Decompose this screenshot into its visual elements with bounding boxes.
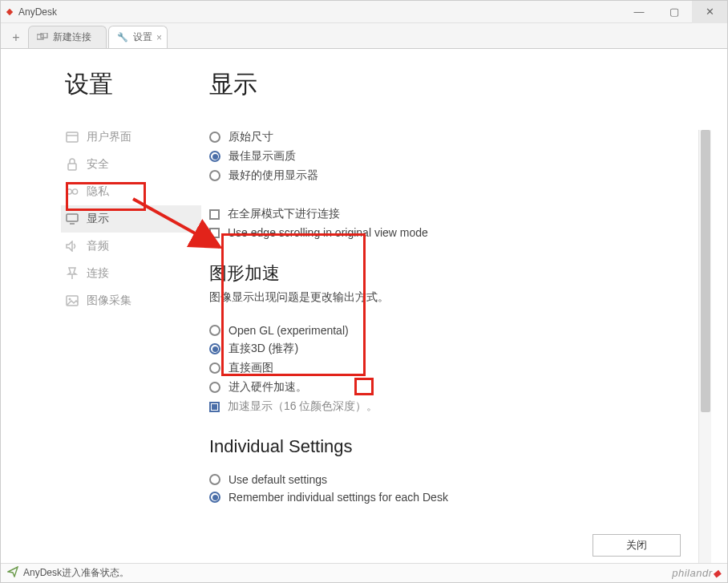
close-window-button[interactable]: ✕	[692, 1, 727, 23]
speaker-icon	[66, 241, 79, 252]
wrench-icon: 🔧	[117, 32, 128, 43]
sidebar-item-label: 用户界面	[87, 130, 131, 144]
radio-label: Use default settings	[229, 473, 327, 486]
new-tab-button[interactable]: +	[4, 27, 28, 48]
sidebar-item-label: 隐私	[87, 184, 109, 199]
checkbox-label: 在全屏模式下进行连接	[228, 207, 340, 221]
glasses-icon	[66, 188, 79, 196]
checkbox-label: Use edge scrolling in original view mode	[228, 226, 428, 239]
section-individual-heading: Individual Settings	[209, 436, 711, 457]
settings-scroll: 原始尺寸 最佳显示画质 最好的使用显示器 在全屏模式下进行连接 Use edge…	[209, 130, 711, 563]
close-tab-button[interactable]: ×	[156, 32, 162, 43]
svg-rect-2	[41, 33, 47, 38]
tab-strip: + 新建连接 🔧 设置 ×	[1, 23, 727, 49]
minimize-button[interactable]: —	[621, 1, 657, 23]
radio-icon	[209, 170, 220, 181]
close-button[interactable]: 关闭	[593, 534, 681, 557]
radio-direct3d[interactable]: 直接3D (推荐)	[209, 342, 711, 356]
check-16bit-color[interactable]: 加速显示（16 位颜色深度）。	[209, 399, 711, 414]
settings-panel: 显示 原始尺寸 最佳显示画质 最好的使用显示器 在全屏模式下进行连接	[201, 49, 727, 563]
radio-icon	[209, 132, 220, 143]
radio-original-size[interactable]: 原始尺寸	[209, 130, 711, 144]
radio-direct-draw[interactable]: 直接画图	[209, 361, 711, 375]
radio-hw-accel[interactable]: 进入硬件加速。	[209, 380, 711, 395]
brand-text: philandr	[672, 567, 712, 579]
scrollbar-thumb[interactable]	[701, 130, 710, 412]
panel-footer: 关闭	[593, 534, 681, 557]
image-icon	[66, 295, 79, 306]
radio-remember-per-desk[interactable]: Remember individual settings for each De…	[209, 491, 711, 504]
sidebar-item-label: 音频	[87, 239, 109, 253]
sidebar-item-label: 图像采集	[87, 294, 131, 308]
status-text: AnyDesk进入准备状态。	[23, 566, 129, 580]
radio-label: 原始尺寸	[229, 130, 273, 144]
sidebar-item-privacy[interactable]: 隐私	[61, 178, 201, 205]
settings-sidebar: 设置 用户界面 安全 隐私 显示 音频 连接 图像采集	[1, 49, 201, 563]
checkbox-label: 加速显示（16 位颜色深度）。	[228, 399, 378, 414]
tab-label: 设置	[133, 30, 152, 44]
svg-rect-5	[68, 164, 76, 170]
radio-icon	[209, 492, 220, 503]
svg-marker-11	[67, 241, 72, 251]
radio-icon	[209, 343, 220, 354]
window-title: AnyDesk	[18, 6, 621, 18]
radio-label: Open GL (experimental)	[229, 324, 349, 337]
svg-rect-9	[67, 214, 78, 221]
maximize-button[interactable]: ▢	[657, 1, 692, 23]
panel-title: 显示	[209, 68, 711, 101]
svg-rect-1	[37, 34, 43, 39]
pin-icon	[66, 267, 79, 280]
brand-label: philandr◆	[672, 567, 721, 579]
svg-point-6	[67, 189, 71, 194]
sidebar-item-ui[interactable]: 用户界面	[61, 123, 201, 151]
sidebar-item-label: 安全	[87, 157, 109, 172]
checkbox-icon	[209, 402, 220, 412]
send-icon	[7, 566, 18, 580]
check-fullscreen-connect[interactable]: 在全屏模式下进行连接	[209, 207, 711, 221]
svg-point-7	[72, 189, 77, 194]
titlebar: AnyDesk — ▢ ✕	[1, 1, 727, 23]
radio-icon	[209, 362, 220, 374]
radio-best-monitor[interactable]: 最好的使用显示器	[209, 168, 711, 183]
svg-marker-0	[6, 8, 13, 14]
radio-opengl[interactable]: Open GL (experimental)	[209, 324, 711, 337]
section-gfx-subtitle: 图像显示出现问题是更改输出方式。	[209, 290, 711, 305]
section-gfx-heading: 图形加速	[209, 261, 711, 285]
radio-icon	[209, 325, 220, 336]
tab-label: 新建连接	[53, 30, 91, 44]
sidebar-item-label: 显示	[87, 212, 109, 226]
radio-icon	[209, 151, 220, 162]
tab-new-connection[interactable]: 新建连接	[28, 26, 107, 48]
app-logo	[6, 8, 14, 16]
layout-icon	[66, 132, 79, 143]
sidebar-item-label: 连接	[87, 266, 109, 281]
screens-icon	[37, 33, 48, 43]
checkbox-icon	[209, 228, 220, 238]
lock-icon	[66, 158, 79, 171]
brand-dot-icon: ◆	[713, 567, 722, 579]
radio-label: 进入硬件加速。	[229, 380, 307, 395]
svg-point-13	[69, 298, 71, 301]
checkbox-icon	[209, 209, 220, 220]
radio-icon	[209, 382, 220, 393]
monitor-icon	[66, 213, 79, 225]
sidebar-item-display[interactable]: 显示	[61, 205, 201, 233]
radio-default-settings[interactable]: Use default settings	[209, 473, 711, 486]
status-bar: AnyDesk进入准备状态。 philandr◆	[1, 563, 727, 582]
radio-icon	[209, 474, 220, 485]
tab-settings[interactable]: 🔧 设置 ×	[108, 26, 168, 48]
check-edge-scrolling[interactable]: Use edge scrolling in original view mode	[209, 226, 711, 239]
radio-label: 直接3D (推荐)	[229, 342, 298, 356]
window-controls: — ▢ ✕	[621, 1, 727, 23]
svg-rect-3	[67, 132, 78, 142]
radio-label: 最好的使用显示器	[229, 168, 318, 183]
radio-label: Remember individual settings for each De…	[229, 491, 448, 504]
sidebar-item-connection[interactable]: 连接	[61, 260, 201, 287]
radio-label: 最佳显示画质	[229, 149, 296, 164]
sidebar-title: 设置	[65, 68, 201, 101]
sidebar-item-capture[interactable]: 图像采集	[61, 287, 201, 314]
sidebar-item-audio[interactable]: 音频	[61, 233, 201, 260]
vertical-scrollbar[interactable]	[698, 130, 711, 563]
radio-best-quality[interactable]: 最佳显示画质	[209, 149, 711, 164]
sidebar-item-security[interactable]: 安全	[61, 151, 201, 178]
